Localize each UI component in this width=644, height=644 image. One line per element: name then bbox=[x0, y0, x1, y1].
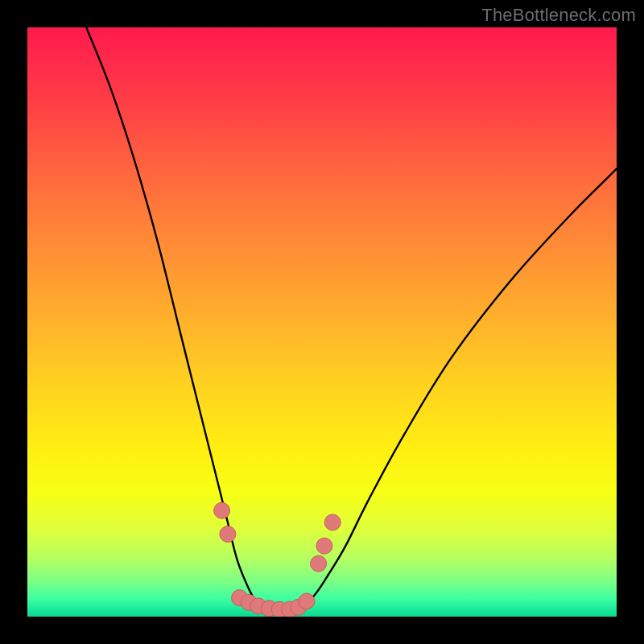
marker-point bbox=[299, 593, 315, 609]
marker-point bbox=[214, 502, 230, 518]
marker-point bbox=[220, 526, 236, 543]
marker-point bbox=[324, 514, 341, 530]
left-curve bbox=[86, 27, 287, 611]
chart-svg bbox=[27, 27, 617, 617]
marker-group bbox=[214, 502, 341, 617]
right-curve bbox=[287, 169, 617, 611]
plot-area bbox=[27, 27, 617, 617]
watermark-text: TheBottleneck.com bbox=[481, 5, 636, 26]
marker-point bbox=[316, 538, 332, 554]
outer-frame: TheBottleneck.com bbox=[0, 0, 644, 644]
marker-point bbox=[311, 555, 327, 572]
